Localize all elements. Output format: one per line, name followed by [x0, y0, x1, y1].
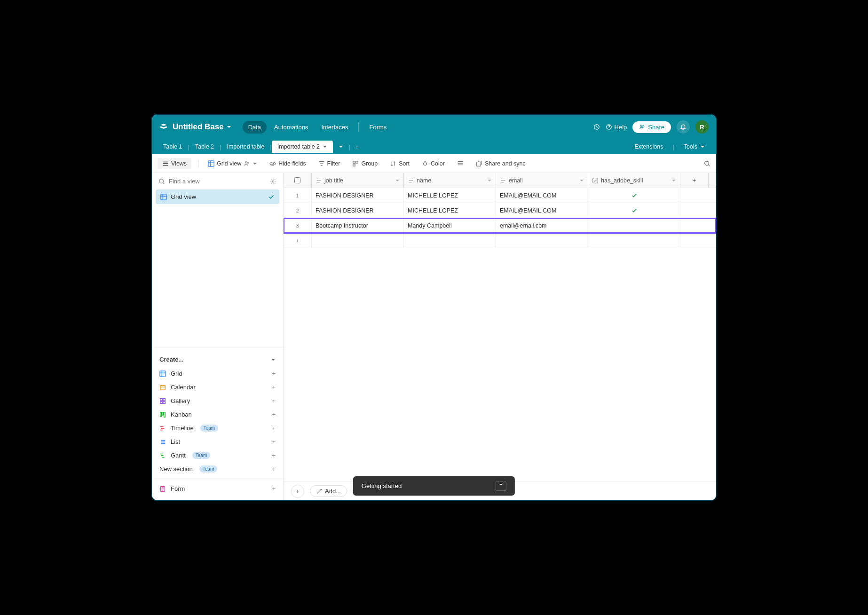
cell-name[interactable]: Mandy Campbell [404, 218, 496, 233]
create-kanban[interactable]: Kanban+ [152, 408, 283, 421]
checkbox-icon [592, 177, 599, 184]
base-title[interactable]: Untitled Base [173, 122, 231, 132]
cell-name[interactable]: MICHELLE LOPEZ [404, 188, 496, 203]
views-sidebar: Grid view Create... Grid+ Calendar+ [152, 173, 284, 500]
table-tab-active[interactable]: Imported table 2 [272, 141, 333, 153]
row-height-button[interactable] [454, 158, 466, 169]
grid-view-selector[interactable]: Grid view [205, 158, 260, 169]
notifications-button[interactable] [677, 120, 690, 134]
check-icon [268, 194, 275, 200]
cell-email[interactable]: EMAIL@EMAIL.COM [496, 188, 588, 203]
column-header-adobe[interactable]: has_adobe_skill [588, 173, 680, 188]
wand-icon [316, 488, 323, 495]
svg-rect-19 [163, 398, 165, 400]
view-search [152, 173, 283, 189]
gallery-icon [159, 398, 166, 404]
cell-email[interactable]: email@email.com [496, 218, 588, 233]
table-row[interactable]: 3Bootcamp InstructorMandy Campbellemail@… [284, 218, 716, 233]
plus-icon: + [284, 233, 312, 248]
select-all-checkbox[interactable] [294, 177, 300, 183]
create-header[interactable]: Create... [152, 352, 283, 367]
filter-button[interactable]: Filter [316, 158, 343, 169]
airtable-logo-icon [159, 123, 168, 131]
chevron-down-icon [395, 178, 400, 183]
svg-rect-4 [208, 160, 214, 166]
extensions-button[interactable]: Extensions [629, 141, 669, 153]
add-record-button[interactable]: + [291, 485, 304, 498]
svg-rect-8 [353, 161, 355, 163]
plus-icon: + [272, 397, 276, 404]
cell-adobe[interactable] [588, 218, 680, 233]
svg-rect-10 [353, 164, 355, 166]
text-icon [316, 177, 322, 184]
tab-dropdown[interactable] [333, 142, 349, 152]
help-button[interactable]: Help [606, 124, 627, 131]
content-area: Grid view Create... Grid+ Calendar+ [152, 173, 716, 500]
cell-adobe[interactable] [588, 188, 680, 203]
create-list[interactable]: List+ [152, 435, 283, 449]
column-header-email[interactable]: email [496, 173, 588, 188]
cell-job-title[interactable]: FASHION DESIGNER [312, 203, 404, 218]
people-icon [244, 160, 250, 167]
grid-icon [208, 160, 214, 167]
svg-point-5 [245, 161, 247, 163]
add-menu-button[interactable]: Add... [310, 485, 347, 497]
svg-rect-11 [477, 162, 481, 166]
team-badge: Team [199, 465, 217, 473]
share-button[interactable]: Share [632, 121, 671, 133]
getting-started-panel[interactable]: Getting started ⌃ [353, 476, 515, 496]
search-icon [158, 178, 165, 185]
plus-icon: + [272, 384, 276, 391]
create-new-section[interactable]: New section Team + [152, 462, 283, 476]
group-button[interactable]: Group [349, 158, 380, 169]
table-row[interactable]: 2FASHION DESIGNERMICHELLE LOPEZEMAIL@EMA… [284, 203, 716, 218]
table-tab[interactable]: Imported table [221, 141, 270, 153]
create-grid[interactable]: Grid+ [152, 367, 283, 380]
svg-point-14 [272, 181, 274, 182]
cell-job-title[interactable]: Bootcamp Instructor [312, 218, 404, 233]
select-all-header[interactable] [284, 173, 312, 188]
nav-data[interactable]: Data [243, 121, 267, 134]
chevron-down-icon [487, 178, 492, 183]
color-icon [422, 160, 428, 167]
share-icon [476, 160, 482, 167]
calendar-icon [159, 384, 166, 391]
nav-automations[interactable]: Automations [268, 121, 314, 134]
add-column-button[interactable]: + [680, 173, 709, 188]
create-timeline[interactable]: Timeline Team + [152, 421, 283, 435]
history-icon[interactable] [593, 124, 600, 130]
settings-icon[interactable] [270, 178, 276, 185]
sort-button[interactable]: Sort [387, 158, 412, 169]
table-tab[interactable]: Table 2 [189, 141, 220, 153]
add-table-button[interactable]: + [350, 143, 363, 150]
tools-button[interactable]: Tools [678, 141, 710, 153]
view-item-grid[interactable]: Grid view [156, 189, 279, 204]
cell-job-title[interactable]: FASHION DESIGNER [312, 188, 404, 203]
user-avatar[interactable]: R [695, 120, 709, 134]
search-icon[interactable] [704, 160, 710, 167]
view-search-input[interactable] [169, 178, 266, 185]
chevron-up-icon[interactable]: ⌃ [496, 481, 506, 491]
create-gallery[interactable]: Gallery+ [152, 394, 283, 408]
color-button[interactable]: Color [419, 158, 448, 169]
nav-forms[interactable]: Forms [363, 121, 392, 134]
hide-fields-button[interactable]: Hide fields [267, 158, 308, 169]
create-gantt[interactable]: Gantt Team + [152, 449, 283, 462]
table-tab[interactable]: Table 1 [158, 141, 188, 153]
column-header-name[interactable]: name [404, 173, 496, 188]
svg-rect-18 [160, 398, 162, 400]
nav-interfaces[interactable]: Interfaces [316, 121, 354, 134]
create-form[interactable]: Form+ [152, 482, 283, 496]
cell-adobe[interactable] [588, 203, 680, 218]
share-sync-button[interactable]: Share and sync [473, 158, 529, 169]
svg-point-13 [159, 179, 164, 183]
cell-email[interactable]: EMAIL@EMAIL.COM [496, 203, 588, 218]
svg-point-6 [247, 162, 249, 163]
views-toggle[interactable]: Views [158, 158, 191, 169]
table-row[interactable]: 1FASHION DESIGNERMICHELLE LOPEZEMAIL@EMA… [284, 188, 716, 203]
create-calendar[interactable]: Calendar+ [152, 380, 283, 394]
add-row[interactable]: + [284, 233, 716, 248]
cell-name[interactable]: MICHELLE LOPEZ [404, 203, 496, 218]
eye-off-icon [269, 160, 276, 167]
column-header-job-title[interactable]: job title [312, 173, 404, 188]
